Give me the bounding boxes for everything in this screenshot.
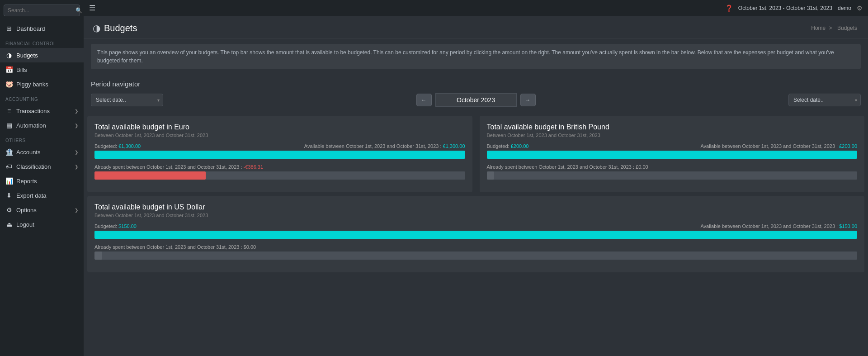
usd-budgeted-bar-fill bbox=[94, 231, 857, 239]
sidebar-item-classification[interactable]: 🏷 Classification ❯ bbox=[0, 159, 84, 174]
usd-card-subtitle: Between October 1st, 2023 and October 31… bbox=[94, 213, 857, 218]
bills-icon: 📅 bbox=[5, 66, 13, 73]
gbp-spent-amount: £0.00 bbox=[636, 164, 648, 170]
euro-budgeted-label: Budgeted: €1,300.00 bbox=[94, 143, 141, 149]
period-display: October 2023 bbox=[435, 93, 517, 107]
transactions-chevron-icon: ❯ bbox=[75, 109, 78, 114]
usd-spent-amount: $0.00 bbox=[244, 244, 256, 250]
settings-icon[interactable]: ⚙ bbox=[857, 5, 863, 12]
section-label-others: OTHERS bbox=[0, 133, 84, 145]
info-box: This page shows you an overview of your … bbox=[91, 44, 861, 69]
euro-budgeted-amount: €1,300.00 bbox=[118, 143, 141, 149]
budget-card-gbp: Total available budget in British Pound … bbox=[480, 116, 865, 192]
sidebar-label-dashboard: Dashboard bbox=[16, 25, 78, 32]
hamburger-icon[interactable]: ☰ bbox=[89, 4, 95, 12]
usd-card-title: Total available budget in US Dollar bbox=[94, 203, 857, 211]
usd-available-text: Available between October 1st, 2023 and … bbox=[700, 223, 857, 229]
section-label-accounting: ACCOUNTING bbox=[0, 91, 84, 104]
sidebar: 🔍 ⊞ Dashboard FINANCIAL CONTROL ◑ Budget… bbox=[0, 0, 84, 356]
breadcrumb-home[interactable]: Home bbox=[811, 25, 826, 31]
budgets-icon: ◑ bbox=[5, 52, 13, 59]
sidebar-item-logout[interactable]: ⏏ Logout bbox=[0, 217, 84, 232]
prev-period-button[interactable]: ← bbox=[416, 94, 432, 106]
usd-budgeted-amount: $150.00 bbox=[118, 223, 137, 229]
sidebar-label-budgets: Budgets bbox=[16, 52, 78, 59]
budget-card-usd: Total available budget in US Dollar Betw… bbox=[87, 196, 864, 272]
topbar: ☰ ❓ October 1st, 2023 - October 31st, 20… bbox=[84, 0, 868, 16]
usd-spent-row: Already spent between October 1st, 2023 … bbox=[94, 244, 857, 250]
section-label-financial: FINANCIAL CONTROL bbox=[0, 36, 84, 48]
sidebar-label-accounts: Accounts bbox=[16, 149, 71, 156]
select-date-right[interactable]: Select date.. bbox=[788, 94, 861, 106]
page-title-icon: ◑ bbox=[93, 23, 100, 33]
sidebar-label-piggy-banks: Piggy banks bbox=[16, 81, 78, 88]
gbp-card-subtitle: Between October 1st, 2023 and October 31… bbox=[487, 133, 858, 138]
piggy-banks-icon: 🐷 bbox=[5, 81, 13, 88]
usd-budgeted-bar bbox=[94, 231, 857, 239]
sidebar-item-automation[interactable]: ▤ Automation ❯ bbox=[0, 118, 84, 133]
breadcrumb-separator: > bbox=[829, 25, 834, 31]
gbp-spent-bar bbox=[487, 171, 858, 180]
sidebar-item-dashboard[interactable]: ⊞ Dashboard bbox=[0, 21, 84, 36]
dashboard-icon: ⊞ bbox=[5, 25, 13, 32]
next-period-button[interactable]: → bbox=[520, 94, 536, 106]
euro-spent-row: Already spent between October 1st, 2023 … bbox=[94, 164, 465, 170]
classification-chevron-icon: ❯ bbox=[75, 164, 78, 169]
euro-budgeted-bar-fill bbox=[94, 151, 465, 159]
select-date-left[interactable]: Select date.. bbox=[91, 94, 163, 106]
help-icon[interactable]: ❓ bbox=[725, 5, 733, 12]
euro-budgeted-bar bbox=[94, 151, 465, 159]
sidebar-label-export-data: Export data bbox=[16, 192, 78, 199]
usd-budgeted-label: Budgeted: $150.00 bbox=[94, 223, 137, 229]
gbp-budgeted-row: Budgeted: £200.00 Available between Octo… bbox=[487, 143, 858, 149]
usd-spent-bar-fill bbox=[94, 252, 102, 260]
sidebar-item-export-data[interactable]: ⬇ Export data bbox=[0, 188, 84, 203]
sidebar-item-accounts[interactable]: 🏦 Accounts ❯ bbox=[0, 145, 84, 159]
username: demo bbox=[838, 5, 851, 11]
sidebar-label-bills: Bills bbox=[16, 66, 78, 73]
automation-chevron-icon: ❯ bbox=[75, 123, 78, 128]
sidebar-item-piggy-banks[interactable]: 🐷 Piggy banks bbox=[0, 77, 84, 91]
gbp-budgeted-bar bbox=[487, 151, 858, 159]
usd-spent-bar bbox=[94, 252, 857, 260]
budget-card-euro: Total available budget in Euro Between O… bbox=[87, 116, 472, 192]
usd-budgeted-row: Budgeted: $150.00 Available between Octo… bbox=[94, 223, 857, 229]
gbp-spent-text: Already spent between October 1st, 2023 … bbox=[487, 164, 648, 170]
page-header: ◑ Budgets Home > Budgets bbox=[84, 16, 868, 38]
gbp-spent-bar-fill bbox=[487, 171, 494, 180]
sidebar-item-bills[interactable]: 📅 Bills bbox=[0, 62, 84, 77]
sidebar-label-automation: Automation bbox=[16, 122, 71, 129]
sidebar-label-classification: Classification bbox=[16, 163, 71, 170]
gbp-budgeted-amount: £200.00 bbox=[511, 143, 529, 149]
sidebar-label-options: Options bbox=[16, 207, 71, 214]
search-box[interactable]: 🔍 bbox=[4, 5, 80, 16]
sidebar-item-options[interactable]: ⚙ Options ❯ bbox=[0, 203, 84, 217]
period-navigator-title: Period navigator bbox=[91, 80, 861, 88]
search-input[interactable] bbox=[8, 7, 75, 14]
sidebar-item-budgets[interactable]: ◑ Budgets bbox=[0, 48, 84, 62]
euro-available-amount: €1,300.00 bbox=[443, 143, 465, 149]
period-nav-controls: Select date.. ← October 2023 → Select da… bbox=[91, 93, 861, 107]
transactions-icon: ≡ bbox=[5, 107, 13, 114]
classification-icon: 🏷 bbox=[5, 163, 13, 170]
sidebar-item-reports[interactable]: 📊 Reports bbox=[0, 174, 84, 188]
euro-budgeted-row: Budgeted: €1,300.00 Available between Oc… bbox=[94, 143, 465, 149]
euro-spent-text: Already spent between October 1st, 2023 … bbox=[94, 164, 263, 170]
sidebar-item-transactions[interactable]: ≡ Transactions ❯ bbox=[0, 104, 84, 118]
budget-cards-grid: Total available budget in Euro Between O… bbox=[84, 112, 868, 196]
page-title: Budgets bbox=[104, 23, 137, 33]
euro-card-title: Total available budget in Euro bbox=[94, 123, 465, 131]
euro-card-subtitle: Between October 1st, 2023 and October 31… bbox=[94, 133, 465, 138]
main-content: ◑ Budgets Home > Budgets This page shows… bbox=[84, 16, 868, 356]
search-icon: 🔍 bbox=[75, 7, 82, 14]
usd-available-amount: $150.00 bbox=[839, 223, 857, 229]
page-title-row: ◑ Budgets bbox=[93, 23, 137, 33]
breadcrumb: Home > Budgets bbox=[811, 25, 859, 31]
gbp-budgeted-label: Budgeted: £200.00 bbox=[487, 143, 529, 149]
export-data-icon: ⬇ bbox=[5, 192, 13, 199]
select-date-right-wrapper: Select date.. bbox=[788, 94, 861, 106]
accounts-chevron-icon: ❯ bbox=[75, 150, 78, 155]
sidebar-label-transactions: Transactions bbox=[16, 108, 71, 114]
period-navigator: Period navigator Select date.. ← October… bbox=[84, 75, 868, 112]
usd-spent-text: Already spent between October 1st, 2023 … bbox=[94, 244, 256, 250]
